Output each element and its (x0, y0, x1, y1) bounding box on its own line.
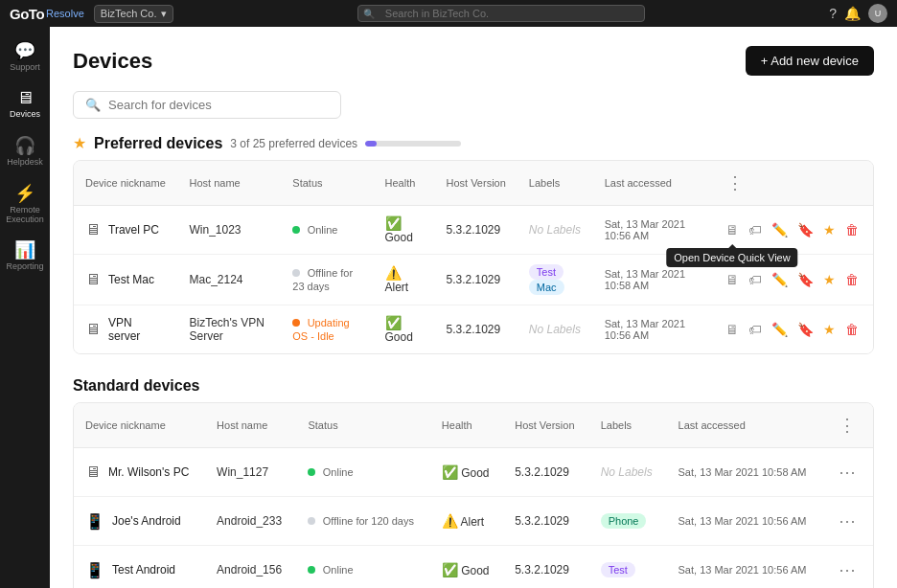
more-options-button[interactable]: ⋯ (835, 555, 860, 584)
delete-button[interactable]: 🗑 (842, 269, 862, 290)
col-actions: ⋮ (823, 403, 873, 448)
status-text: Offline for 23 days (292, 267, 353, 292)
status-cell: Online (296, 448, 429, 497)
health-cell: ✅ Good (374, 206, 435, 255)
edit-button[interactable]: ✏️ (769, 269, 791, 290)
star-button[interactable]: ★ (820, 319, 839, 340)
search-icon: 🔍 (85, 98, 101, 112)
label-button[interactable]: 🔖 (794, 319, 816, 340)
preferred-progress-bar (365, 141, 461, 147)
row-actions: 🖥 🏷 ✏️ 🔖 ★ 🗑 (723, 269, 862, 290)
star-button[interactable]: ★ (820, 269, 839, 290)
sidebar-label-support: Support (10, 63, 40, 73)
add-device-button[interactable]: + Add new device (746, 46, 874, 76)
version-cell: 5.3.2.1029 (503, 497, 588, 546)
col-actions: ⋮ (711, 161, 873, 206)
logo-resolve: Resolve (46, 8, 84, 19)
quick-view-wrapper: 🖥 (723, 319, 742, 340)
star-button[interactable]: ★ (820, 219, 839, 240)
sidebar-item-devices[interactable]: 🖥 Devices (3, 82, 47, 125)
status-text: Online (323, 564, 354, 576)
hostname-cell: Win_1023 (177, 206, 281, 255)
col-device-nickname: Device nickname (74, 403, 205, 448)
labels-cell: No Labels (589, 448, 667, 497)
actions-cell: 🖥 🏷 ✏️ 🔖 ★ 🗑 (711, 305, 873, 354)
device-search-bar[interactable]: 🔍 (73, 91, 341, 119)
sidebar: 💬 Support 🖥 Devices 🎧 Helpdesk ⚡ Remote … (0, 27, 50, 588)
tag-button[interactable]: 🏷 (746, 219, 765, 240)
version-cell: 5.3.2.1029 (434, 255, 517, 305)
sidebar-item-remote[interactable]: ⚡ Remote Execution (3, 177, 47, 231)
hostname-cell: BizTech's VPN Server (177, 305, 281, 354)
notification-icon[interactable]: 🔔 (844, 6, 861, 21)
col-status: Status (281, 161, 373, 206)
search-wrap (357, 5, 645, 22)
col-device-nickname: Device nickname (74, 161, 177, 206)
row-actions: ⋯ (835, 458, 862, 486)
delete-button[interactable]: 🗑 (842, 319, 862, 340)
preferred-section-header: ★ Preferred devices 3 of 25 preferred de… (73, 134, 874, 152)
col-host-name: Host name (177, 161, 281, 206)
col-health: Health (374, 161, 435, 206)
row-actions: 🖥 🏷 ✏️ 🔖 ★ 🗑 (723, 319, 862, 340)
page-header: Devices + Add new device (73, 46, 874, 76)
row-actions: ⋯ (835, 555, 862, 584)
standard-table-more-button[interactable]: ⋮ (835, 411, 860, 440)
org-selector[interactable]: BizTech Co. ▾ (94, 5, 173, 23)
standard-table-header: Device nickname Host name Status Health … (74, 403, 873, 448)
status-cell: Online (281, 206, 373, 255)
sidebar-item-reporting[interactable]: 📊 Reporting (3, 234, 47, 278)
actions-cell: ⋯ (823, 546, 873, 589)
actions-cell: ⋯ (823, 497, 873, 546)
delete-button[interactable]: 🗑 (842, 219, 862, 240)
label-button[interactable]: 🔖 (794, 219, 816, 240)
row-actions: 🖥 Open Device Quick View 🏷 ✏️ 🔖 ★ 🗑 (723, 219, 862, 240)
quick-view-wrapper: 🖥 (723, 269, 742, 290)
health-text: Good (461, 564, 489, 577)
device-type-icon: 🖥 (85, 221, 101, 238)
preferred-section-title: Preferred devices (94, 135, 222, 152)
last-accessed-cell: Sat, 13 Mar 2021 10:58 AM (667, 448, 824, 497)
sidebar-item-helpdesk[interactable]: 🎧 Helpdesk (3, 129, 47, 173)
more-options-button[interactable]: ⋯ (835, 507, 860, 535)
edit-button[interactable]: ✏️ (769, 319, 791, 340)
device-type-icon: 🖥 (85, 271, 101, 288)
helpdesk-icon: 🎧 (14, 135, 35, 156)
health-cell: ⚠️ Alert (374, 255, 435, 305)
device-name: Travel PC (108, 223, 159, 237)
device-nickname-cell: 🖥 VPN server (74, 305, 177, 354)
chevron-down-icon: ▾ (161, 8, 167, 20)
actions-cell: 🖥 Open Device Quick View 🏷 ✏️ 🔖 ★ 🗑 (711, 206, 873, 255)
device-search-input[interactable] (108, 98, 329, 112)
labels-cell: No Labels (518, 305, 593, 354)
avatar[interactable]: U (868, 4, 887, 23)
status-cell: Offline for 120 days (296, 497, 429, 546)
preferred-table-header: Device nickname Host name Status Health … (74, 161, 873, 206)
preferred-table-more-button[interactable]: ⋮ (723, 169, 748, 197)
col-status: Status (296, 403, 429, 448)
tag-button[interactable]: 🏷 (746, 319, 765, 340)
quick-view-button[interactable]: 🖥 (723, 269, 742, 290)
tag-button[interactable]: 🏷 (746, 269, 765, 290)
table-row: 🖥 VPN server BizTech's VPN Server Updati… (74, 305, 873, 354)
more-options-button[interactable]: ⋯ (835, 458, 860, 486)
status-text: Online (308, 224, 338, 236)
topbar-search-input[interactable] (357, 5, 645, 22)
table-row: 📱 Joe's Android Android_233 Offline for … (74, 497, 873, 546)
sidebar-item-support[interactable]: 💬 Support (3, 34, 47, 79)
reporting-icon: 📊 (14, 239, 35, 260)
help-icon[interactable]: ? (829, 6, 837, 21)
quick-view-button[interactable]: 🖥 (723, 319, 742, 340)
health-text: Good (385, 330, 413, 344)
device-type-icon: 🖥 (85, 464, 101, 481)
standard-section-header: Standard devices (73, 377, 874, 395)
health-text: Alert (461, 515, 485, 529)
label-button[interactable]: 🔖 (794, 269, 816, 290)
device-nickname-cell: 📱 Joe's Android (74, 497, 205, 546)
topbar-search-area (183, 5, 820, 22)
support-icon: 💬 (14, 40, 35, 61)
version-cell: 5.3.2.1029 (434, 305, 517, 354)
edit-button[interactable]: ✏️ (769, 219, 791, 240)
health-cell: ✅ Good (374, 305, 435, 354)
quick-view-button[interactable]: 🖥 (723, 219, 742, 240)
